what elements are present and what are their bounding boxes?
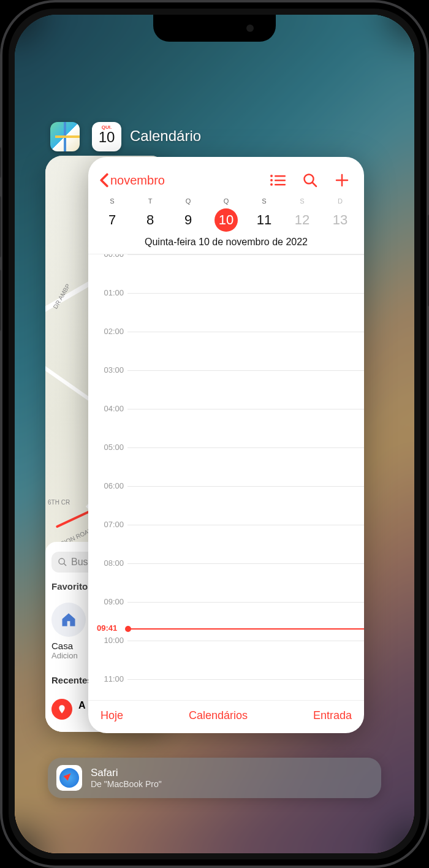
calendar-header: novembro <box>88 157 364 194</box>
weekday-abbr: Q <box>169 197 207 205</box>
svg-rect-7 <box>275 184 286 186</box>
calendars-button[interactable]: Calendários <box>189 709 248 722</box>
handoff-app-name: Safari <box>91 767 162 779</box>
svg-line-9 <box>313 183 316 186</box>
hour-row: 01:00 <box>127 293 364 332</box>
hour-row: 03:00 <box>127 370 364 409</box>
weekday-number: 8 <box>139 208 162 232</box>
hour-row: 09:00 <box>127 602 364 641</box>
road-label: 6TH CR <box>48 499 70 506</box>
handoff-source: De "MacBook Pro" <box>91 779 162 789</box>
weekday-number: 7 <box>101 208 124 232</box>
hour-row: 10:00 <box>127 641 364 679</box>
hour-row: 02:00 <box>127 332 364 370</box>
hour-row: 04:00 <box>127 409 364 447</box>
app-card-calendar[interactable]: novembro <box>88 157 364 733</box>
calendar-footer: Hoje Calendários Entrada <box>88 700 364 733</box>
recent-item-label: A <box>78 700 86 711</box>
week-day-column[interactable]: Q10 <box>207 197 245 232</box>
phone-frame: DR AMBP 6TH CR MISSION ROAD Bus Favorito… <box>0 0 429 868</box>
mute-switch <box>0 147 1 178</box>
hour-row: 00:00 <box>127 254 364 293</box>
hour-row: 07:00 <box>127 525 364 563</box>
weekday-abbr: D <box>321 197 359 205</box>
weekday-abbr: S <box>283 197 321 205</box>
hour-label: 10:00 <box>97 636 124 645</box>
safari-app-icon <box>56 765 82 791</box>
week-day-column[interactable]: S7 <box>93 197 131 232</box>
hour-label: 03:00 <box>97 365 124 375</box>
svg-line-1 <box>64 563 66 566</box>
hour-label: 07:00 <box>97 520 124 529</box>
hour-row: 05:00 <box>127 447 364 486</box>
week-day-column[interactable]: Q9 <box>169 197 207 232</box>
back-label: novembro <box>110 173 165 188</box>
hour-label: 09:00 <box>97 597 124 606</box>
weekday-number: 11 <box>252 208 276 232</box>
search-icon <box>58 557 67 567</box>
hour-label: 08:00 <box>97 558 124 568</box>
today-button[interactable]: Hoje <box>101 709 123 722</box>
weekday-abbr: S <box>93 197 131 205</box>
volume-up-button <box>0 196 1 257</box>
app-title-label: Calendário <box>130 128 201 145</box>
timeline[interactable]: 00:0001:0002:0003:0004:0005:0006:0007:00… <box>88 254 364 700</box>
weekday-abbr: Q <box>207 197 245 205</box>
home-icon <box>60 611 77 628</box>
weekday-number: 12 <box>290 208 314 232</box>
favorite-home-button[interactable] <box>51 603 86 637</box>
svg-rect-3 <box>275 175 286 177</box>
hour-label: 06:00 <box>97 481 124 490</box>
chevron-left-icon <box>99 173 109 188</box>
icon-day-num: 10 <box>92 130 121 145</box>
weekday-abbr: S <box>245 197 283 205</box>
current-time-line <box>127 628 364 630</box>
search-button[interactable] <box>303 173 317 188</box>
maps-app-icon <box>50 122 80 151</box>
hour-label: 11:00 <box>97 674 124 683</box>
hour-row: 11:00 <box>127 679 364 700</box>
svg-point-4 <box>270 179 273 181</box>
list-view-button[interactable] <box>270 173 286 187</box>
hour-label: 05:00 <box>97 443 124 452</box>
week-day-column[interactable]: T8 <box>131 197 169 232</box>
compass-icon <box>59 768 79 788</box>
volume-down-button <box>0 270 1 331</box>
calendar-app-icon: QUI. 10 <box>92 122 121 151</box>
search-placeholder: Bus <box>71 557 88 568</box>
svg-rect-5 <box>275 180 286 181</box>
weekday-number: 13 <box>328 208 352 232</box>
back-button[interactable]: novembro <box>99 173 270 188</box>
current-time-label: 09:41 <box>97 623 117 633</box>
weekday-number: 9 <box>177 208 200 232</box>
hour-label: 04:00 <box>97 404 124 413</box>
current-time-dot <box>125 626 131 632</box>
inbox-button[interactable]: Entrada <box>313 709 352 722</box>
phone-screen: DR AMBP 6TH CR MISSION ROAD Bus Favorito… <box>15 15 414 853</box>
week-header: S7T8Q9Q10S11S12D13 <box>88 194 364 232</box>
add-event-button[interactable] <box>335 173 349 188</box>
handoff-banner[interactable]: Safari De "MacBook Pro" <box>48 758 381 798</box>
week-day-column[interactable]: S12 <box>283 197 321 232</box>
week-day-column[interactable]: D13 <box>321 197 359 232</box>
pin-icon <box>51 699 72 720</box>
svg-point-0 <box>59 558 64 564</box>
svg-point-6 <box>270 183 273 186</box>
hour-row: 08:00 <box>127 563 364 602</box>
weekday-number: 10 <box>214 208 238 232</box>
hour-row: 06:00 <box>127 486 364 525</box>
notch <box>153 15 276 42</box>
list-icon <box>270 173 286 187</box>
week-day-column[interactable]: S11 <box>245 197 283 232</box>
weekday-abbr: T <box>131 197 169 205</box>
hour-label: 01:00 <box>97 288 124 297</box>
search-icon <box>303 173 317 188</box>
plus-icon <box>335 173 349 188</box>
hour-label: 02:00 <box>97 327 124 336</box>
hour-label: 00:00 <box>97 254 124 259</box>
svg-point-2 <box>270 175 273 177</box>
full-date-label: Quinta-feira 10 de novembro de 2022 <box>88 232 364 254</box>
